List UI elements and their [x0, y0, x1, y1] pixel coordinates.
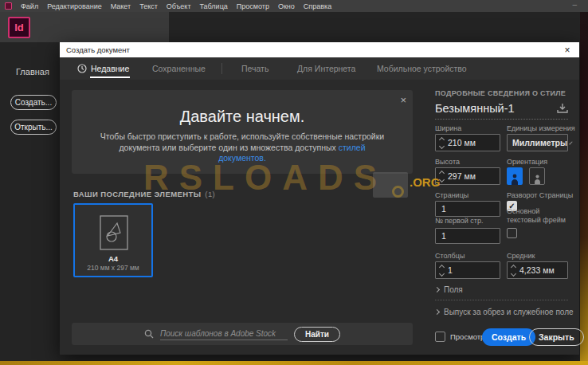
- portrait-person-icon: [511, 174, 519, 185]
- width-spin-buttons[interactable]: [436, 135, 448, 151]
- menu-object[interactable]: Объект: [167, 2, 191, 10]
- start-page-label: № первой стр.: [435, 217, 483, 225]
- documents-link[interactable]: документов.: [218, 153, 266, 163]
- units-label: Единицы измерения: [507, 124, 575, 132]
- recent-card-size: 210 мм x 297 мм: [75, 264, 151, 272]
- pages-input[interactable]: 1: [435, 201, 500, 217]
- menu-layout[interactable]: Макет: [111, 2, 131, 10]
- document-name-row: Безымянный-1: [435, 101, 568, 120]
- hero-body-line3: документов.: [72, 153, 413, 164]
- menu-edit[interactable]: Редактирование: [47, 2, 102, 10]
- bleed-section-toggle[interactable]: Выпуск за обрез и служебное поле: [435, 308, 574, 316]
- app-window: Файл Редактирование Макет Текст Объект Т…: [0, 0, 588, 365]
- sidebar-item-home[interactable]: Главная: [16, 67, 49, 77]
- recent-items-count: (1): [205, 190, 215, 198]
- margins-section-toggle[interactable]: Поля: [435, 285, 463, 294]
- gutter-value: 4,233 мм: [519, 265, 555, 275]
- height-label: Высота: [435, 158, 460, 166]
- landscape-person-icon: [534, 175, 541, 184]
- height-spin-buttons[interactable]: [436, 168, 448, 184]
- facing-pages-label: Разворот Страницы: [507, 191, 573, 199]
- chevron-right-icon: [434, 287, 440, 292]
- dialog-tabbar: Недавние Сохраненные Печать Для Интернет…: [60, 57, 579, 80]
- menu-bar: Файл Редактирование Макет Текст Объект Т…: [0, 0, 588, 12]
- recent-items-label: ВАШИ ПОСЛЕДНИЕ ЭЛЕМЕНТЫ(1): [73, 190, 215, 198]
- stock-search-input[interactable]: [160, 328, 288, 340]
- columns-label: Столбцы: [435, 252, 465, 260]
- tab-web-label: Для Интернета: [297, 64, 355, 73]
- tab-web[interactable]: Для Интернета: [297, 57, 355, 80]
- height-value: 297 мм: [448, 171, 476, 181]
- gutter-label: Средник: [507, 252, 535, 260]
- create-document-dialog: Создать документ × Недавние Сохраненные …: [60, 42, 579, 355]
- hero-close-icon[interactable]: ×: [400, 94, 406, 106]
- tab-recent-label: Недавние: [91, 64, 129, 73]
- hero-body: Чтобы быстро приступить к работе, исполь…: [72, 131, 413, 164]
- create-button[interactable]: Создать: [482, 328, 535, 346]
- find-button[interactable]: Найти: [294, 327, 340, 342]
- menu-help[interactable]: Справка: [304, 2, 331, 10]
- bottom-gold-bar: [0, 361, 588, 365]
- hero-body-line1: Чтобы быстро приступить к работе, исполь…: [72, 131, 413, 143]
- dialog-titlebar: Создать документ ×: [60, 42, 579, 57]
- sidebar-create-button[interactable]: Создать...: [10, 95, 57, 110]
- tab-mobile[interactable]: Мобильное устройство: [377, 57, 467, 80]
- gutter-spin-buttons[interactable]: [508, 262, 519, 278]
- pages-label: Страницы: [435, 191, 468, 199]
- gutter-stepper[interactable]: 4,233 мм: [507, 261, 568, 279]
- recent-document-card[interactable]: A4 210 мм x 297 мм: [73, 203, 153, 277]
- preview-checkbox[interactable]: [435, 332, 445, 342]
- document-name-field[interactable]: Безымянный-1: [435, 102, 515, 115]
- tab-divider: [221, 63, 222, 74]
- search-icon: [144, 329, 154, 339]
- width-value: 210 мм: [448, 138, 476, 147]
- recent-card-name: A4: [75, 254, 151, 263]
- bleed-label: Выпуск за обрез и служебное поле: [444, 308, 574, 316]
- menu-type[interactable]: Текст: [139, 2, 158, 10]
- styles-link[interactable]: стилей: [339, 143, 366, 152]
- preset-details-header: ПОДРОБНЫЕ СВЕДЕНИЯ О СТИЛЕ: [435, 89, 566, 97]
- menu-table[interactable]: Таблица: [200, 2, 228, 10]
- app-toolbar: Id: [0, 12, 169, 42]
- height-stepper[interactable]: 297 мм: [435, 167, 500, 185]
- menu-view[interactable]: Просмотр: [237, 2, 269, 10]
- tab-print-label: Печать: [241, 64, 269, 73]
- save-preset-icon[interactable]: [557, 103, 568, 114]
- dialog-close-icon[interactable]: ×: [560, 42, 574, 57]
- recent-items-title: ВАШИ ПОСЛЕДНИЕ ЭЛЕМЕНТЫ: [73, 190, 201, 198]
- sidebar-open-button[interactable]: Открыть...: [10, 120, 57, 135]
- menu-window[interactable]: Окно: [278, 2, 295, 10]
- menu-file[interactable]: Файл: [21, 2, 38, 10]
- units-dropdown[interactable]: Миллиметры: [507, 134, 568, 151]
- orientation-portrait-button[interactable]: [507, 167, 523, 185]
- section-divider: [435, 300, 568, 300]
- tab-print[interactable]: Печать: [241, 57, 269, 80]
- width-stepper[interactable]: 210 мм: [435, 134, 500, 151]
- hero-body-line2: документа или выберите один из множества…: [72, 143, 413, 154]
- app-icon: [5, 2, 12, 10]
- close-button[interactable]: Закрыть: [529, 328, 584, 346]
- start-page-input[interactable]: 1: [435, 228, 500, 244]
- tab-saved[interactable]: Сохраненные: [152, 57, 206, 80]
- tab-recent[interactable]: Недавние: [77, 57, 129, 80]
- tab-mobile-label: Мобильное устройство: [377, 64, 467, 73]
- columns-stepper[interactable]: 1: [435, 261, 500, 279]
- columns-value: 1: [448, 265, 453, 275]
- units-value: Миллиметры: [512, 138, 567, 147]
- width-label: Ширина: [435, 124, 461, 132]
- hero-banner: × Давайте начнем. Чтобы быстро приступит…: [72, 90, 413, 174]
- clock-icon: [77, 64, 87, 73]
- preset-details-panel: ПОДРОБНЫЕ СВЕДЕНИЯ О СТИЛЕ Безымянный-1 …: [424, 80, 579, 355]
- primary-frame-checkbox[interactable]: [507, 228, 517, 238]
- hero-title: Давайте начнем.: [72, 108, 413, 126]
- document-thumbnail-icon: [100, 215, 128, 250]
- columns-spin-buttons[interactable]: [436, 262, 448, 278]
- orientation-landscape-button[interactable]: [529, 167, 545, 185]
- minimize-icon[interactable]: –: [572, 0, 577, 9]
- tab-saved-label: Сохраненные: [152, 64, 206, 73]
- start-page-value: 1: [441, 231, 446, 241]
- indesign-logo: Id: [8, 17, 30, 38]
- pages-value: 1: [441, 204, 446, 214]
- panel-footer: Просмотр Создать Закрыть: [435, 328, 568, 346]
- chevron-down-icon: [569, 141, 572, 144]
